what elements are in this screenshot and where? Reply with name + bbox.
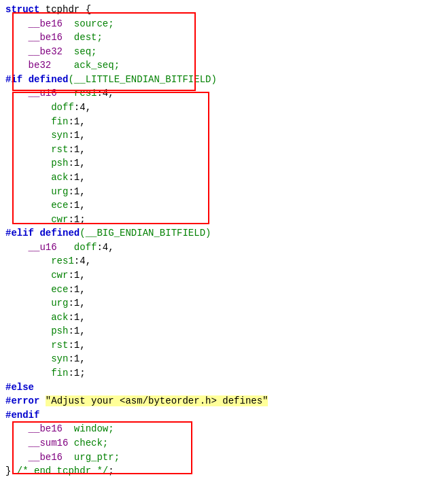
code-line: __be16 source; [5,17,448,31]
code-line: urg:1, [5,296,448,311]
code-line: #if defined(__LITTLE_ENDIAN_BITFIELD) [5,73,448,87]
code-line: urg:1, [5,185,448,199]
code-line: __sum16 check; [5,436,448,450]
code-block: struct tcphdr { __be16 source; __be16 de… [0,0,448,477]
code-line: ece:1, [5,283,448,297]
code-line: psh:1, [5,156,448,171]
code-line: __u16 doff:4, [5,241,448,255]
code-line: cwr:1; [5,213,448,227]
code-line: } /* end tcphdr */; [5,464,448,477]
code-line: res1:4, [5,254,448,268]
code-line: doff:4, [5,101,448,115]
code-line: __be16 dest; [5,31,448,45]
code-line: __be16 window; [5,422,448,436]
code-line: ack:1, [5,311,448,325]
code-line: ack:1, [5,171,448,185]
code-line: __be16 urg_ptr; [5,450,448,465]
code-line: psh:1, [5,324,448,338]
code-line: #elif defined(__BIG_ENDIAN_BITFIELD) [5,226,448,241]
code-line: #error "Adjust your <asm/byteorder.h> de… [5,394,448,408]
code-line: __u16 res1:4, [5,86,448,101]
code-line: rst:1, [5,338,448,353]
code-line: cwr:1, [5,268,448,283]
code-line: fin:1, [5,115,448,129]
code-line: syn:1, [5,352,448,366]
code-line: #else [5,381,448,395]
code-line: #endif [5,408,448,423]
code-line: rst:1, [5,143,448,157]
code-line: __be32 seq; [5,45,448,59]
code-line: be32 ack_seq; [5,58,448,73]
code-line: ece:1, [5,198,448,213]
code-line: syn:1, [5,128,448,143]
code-line: fin:1; [5,366,448,381]
code-line: struct tcphdr { [5,3,448,17]
